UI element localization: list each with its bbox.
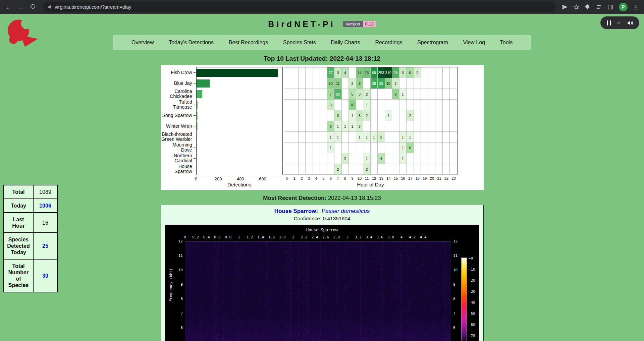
hour-tick-label: 0	[284, 175, 291, 182]
spec-y-tick: 8	[180, 297, 183, 301]
menu-kebab-icon[interactable]: ⋮	[633, 4, 639, 11]
heatmap-cell	[414, 100, 421, 110]
spec-y-tick: 11	[453, 253, 458, 258]
heatmap-cell: 5	[349, 89, 356, 100]
hour-tick-label: 15	[392, 175, 399, 182]
heatmap-cell: 2	[334, 164, 342, 175]
profile-avatar[interactable]: P	[619, 3, 628, 11]
heatmap-cell	[342, 164, 349, 175]
heatmap-cell	[414, 164, 421, 175]
heatmap-cell	[385, 132, 392, 143]
send-icon[interactable]	[562, 4, 568, 10]
heatmap-cell: 1	[363, 100, 371, 110]
heatmap-cell	[421, 100, 428, 110]
nav-item-today-s-detections[interactable]: Today's Detections	[169, 40, 214, 46]
detections-bar	[197, 165, 197, 173]
bar-row	[197, 164, 282, 175]
reload-icon[interactable]	[28, 4, 37, 10]
heatmap-cell	[450, 121, 457, 132]
detections-bar	[197, 112, 198, 120]
stat-value[interactable]: 30	[33, 259, 57, 292]
spec-x-tick: 0	[184, 235, 186, 239]
heatmap-cell	[371, 89, 378, 100]
spec-y-tick: 5	[453, 340, 455, 341]
heatmap-cell	[306, 132, 313, 143]
nav-item-daily-charts[interactable]: Daily Charts	[331, 40, 360, 46]
stat-value[interactable]: 1006	[33, 199, 57, 213]
heatmap-cell	[428, 143, 436, 153]
heatmap-cell	[443, 132, 450, 143]
stat-value: 1089	[33, 185, 57, 199]
spec-x-tick: 3.6	[376, 235, 383, 239]
pause-icon[interactable]	[607, 20, 611, 25]
volume-icon[interactable]	[627, 20, 633, 26]
heatmap-cell: 16	[363, 67, 371, 78]
spec-y-tick: 9	[453, 282, 455, 287]
nav-item-species-stats[interactable]: Species Stats	[283, 40, 316, 46]
heatmap-cell	[428, 78, 436, 89]
heatmap-cell: 1	[399, 153, 407, 164]
hour-tick-label: 14	[385, 175, 392, 182]
spec-x-tick: 2	[292, 235, 294, 239]
heatmap-cell	[450, 78, 457, 89]
heatmap-cell	[284, 100, 291, 110]
spectrogram-colorbar	[461, 258, 467, 341]
heatmap-cell	[407, 78, 414, 89]
heatmap-cell	[320, 153, 327, 164]
hour-tick-label: 4	[313, 175, 320, 182]
hour-tick-label: 1	[291, 175, 298, 182]
heatmap-cell: 36	[371, 78, 378, 89]
nav-item-spectrogram[interactable]: Spectrogram	[417, 40, 448, 46]
forward-icon[interactable]: →	[16, 4, 25, 10]
side-panel-icon[interactable]	[607, 4, 613, 10]
heatmap-cell	[363, 143, 371, 153]
spectrogram: House Sparrow 00.20.40.60.811.21.41.61.8…	[165, 225, 479, 341]
audio-player[interactable]	[600, 16, 639, 29]
seek-bar[interactable]	[617, 22, 621, 23]
hour-tick-label: 21	[436, 175, 443, 182]
heatmap-cell: 2	[342, 153, 349, 164]
species-label: Fish Crow	[161, 67, 196, 78]
heatmap-cell: 6	[407, 143, 414, 153]
heatmap-cell	[435, 110, 443, 121]
url-bar[interactable]: virginia.birdnetpi.com/?stream=play	[43, 2, 556, 12]
heatmap-cell	[450, 143, 457, 153]
spec-y-tick: 6	[180, 326, 183, 330]
heatmap-cell	[435, 100, 443, 110]
extensions-icon[interactable]	[585, 4, 591, 10]
heatmap-cell	[313, 121, 320, 132]
heatmap-cell	[378, 100, 385, 110]
hour-tick-label: 8	[341, 175, 349, 182]
spec-x-tick: 3.8	[387, 235, 394, 239]
detections-bar	[197, 69, 278, 77]
heatmap-cell	[378, 110, 385, 121]
heatmap-cell	[291, 110, 299, 121]
reading-list-icon[interactable]	[596, 4, 602, 10]
nav-item-tools[interactable]: Tools	[500, 40, 513, 46]
heatmap-cell	[428, 164, 436, 175]
heatmap-cell: 9	[392, 89, 399, 100]
species-label: Northern Cardinal	[161, 153, 196, 164]
heatmap-cell: 1	[371, 132, 378, 143]
heatmap-cell	[327, 153, 335, 164]
top10-heading: Top 10 Last Updated: 2022-04-13 18:12	[0, 55, 644, 62]
nav-item-recordings[interactable]: Recordings	[375, 40, 402, 46]
heatmap-cell	[299, 110, 306, 121]
nav-item-view-log[interactable]: View Log	[463, 40, 485, 46]
nav-item-best-recordings[interactable]: Best Recordings	[229, 40, 268, 46]
back-icon[interactable]: ←	[4, 4, 13, 10]
heatmap-cell	[443, 78, 450, 89]
heatmap-cell	[320, 67, 327, 78]
heatmap-cell	[435, 89, 443, 100]
heatmap-cell	[320, 100, 327, 110]
bookmark-star-icon[interactable]	[573, 4, 579, 10]
birdnet-logo[interactable]	[4, 17, 42, 51]
heatmap-cell	[414, 143, 421, 153]
stat-value[interactable]: 25	[33, 233, 57, 259]
heatmap-cell	[414, 110, 421, 121]
nav-item-overview[interactable]: Overview	[131, 40, 154, 46]
heatmap-cell	[371, 164, 378, 175]
heatmap-cell	[435, 153, 443, 164]
heatmap-cell	[428, 100, 436, 110]
heatmap-cell: 2	[392, 78, 399, 89]
